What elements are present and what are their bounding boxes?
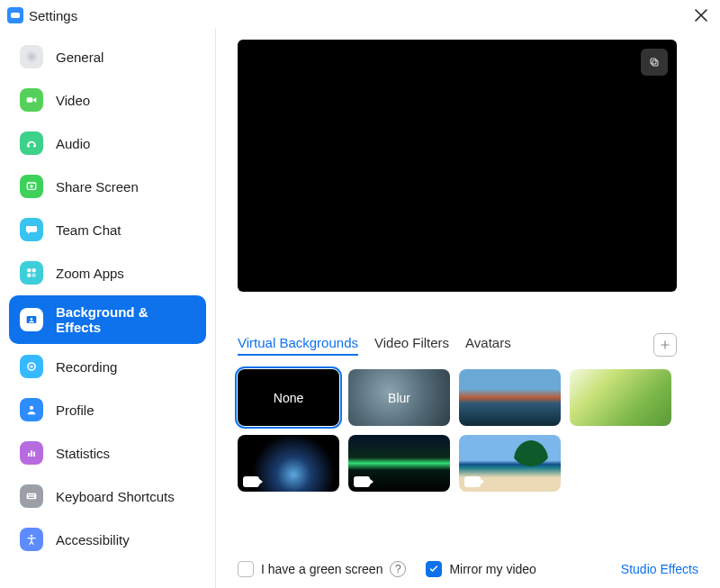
help-icon[interactable]: ? (390, 561, 406, 577)
svg-rect-8 (32, 274, 36, 277)
tab-avatars[interactable]: Avatars (465, 335, 511, 356)
sidebar-item-background-effects[interactable]: Background & Effects (9, 295, 206, 344)
svg-point-10 (31, 318, 33, 321)
sidebar-item-team-chat[interactable]: Team Chat (9, 209, 206, 250)
sidebar-item-statistics[interactable]: Statistics (9, 432, 206, 474)
sidebar-item-audio[interactable]: Audio (9, 122, 206, 164)
profile-icon (20, 398, 43, 421)
app-icon (7, 7, 23, 23)
add-background-button[interactable] (653, 333, 677, 357)
bg-tile-aurora[interactable] (348, 435, 450, 492)
svg-rect-14 (28, 453, 30, 457)
background-grid: None Blur (238, 369, 684, 492)
svg-rect-17 (27, 493, 37, 500)
video-icon (20, 88, 43, 112)
svg-rect-5 (27, 268, 31, 272)
sidebar-item-label: Statistics (56, 446, 110, 461)
bg-tile-blur[interactable]: Blur (348, 369, 450, 426)
svg-rect-18 (28, 494, 29, 495)
svg-point-2 (27, 145, 30, 148)
sidebar-item-share-screen[interactable]: Share Screen (9, 166, 206, 207)
sidebar-item-label: Share Screen (56, 179, 139, 194)
sidebar-item-label: Profile (56, 403, 94, 418)
sidebar-item-label: Zoom Apps (56, 266, 124, 281)
background-icon (20, 308, 43, 331)
svg-rect-6 (32, 268, 36, 272)
mirror-video-label: Mirror my video (449, 562, 536, 576)
sidebar-item-label: Recording (56, 359, 117, 375)
sidebar-item-video[interactable]: Video (9, 79, 206, 121)
statistics-icon (20, 441, 43, 465)
sidebar-item-label: General (56, 50, 104, 65)
checkbox-icon (426, 561, 442, 577)
bg-tile-label: None (274, 391, 303, 405)
bottom-row: I have a green screen ? Mirror my video … (238, 561, 698, 577)
audio-icon (20, 131, 43, 155)
tab-video-filters[interactable]: Video Filters (374, 335, 449, 356)
svg-rect-1 (27, 97, 33, 102)
checkbox-icon (238, 561, 254, 577)
tabs: Virtual Backgrounds Video Filters Avatar… (238, 335, 511, 356)
share-screen-icon (20, 175, 43, 198)
svg-rect-20 (32, 494, 32, 495)
sidebar-item-label: Background & Effects (56, 304, 195, 335)
titlebar: Settings (0, 0, 720, 29)
rotate-icon (647, 55, 662, 69)
studio-effects-link[interactable]: Studio Effects (621, 562, 698, 576)
green-screen-checkbox[interactable]: I have a green screen ? (238, 561, 406, 577)
sidebar-item-recording[interactable]: Recording (9, 346, 206, 387)
sidebar-item-keyboard-shortcuts[interactable]: Keyboard Shortcuts (9, 475, 206, 517)
svg-rect-22 (29, 497, 35, 498)
sidebar-item-general[interactable]: General (9, 36, 206, 77)
sidebar-item-label: Audio (56, 136, 90, 151)
video-badge-icon (464, 476, 481, 487)
bg-tile-bridge[interactable] (459, 369, 561, 426)
sidebar: General Video Audio Share Screen Team Ch (0, 29, 216, 588)
recording-icon (20, 355, 43, 378)
svg-point-23 (31, 535, 33, 538)
chat-icon (20, 218, 43, 241)
accessibility-icon (20, 528, 43, 551)
svg-rect-7 (27, 274, 31, 277)
svg-rect-15 (31, 450, 32, 457)
svg-rect-24 (651, 59, 656, 64)
sidebar-item-label: Team Chat (56, 222, 122, 238)
plus-icon (659, 339, 671, 351)
video-badge-icon (354, 476, 370, 487)
svg-rect-16 (33, 452, 35, 457)
bg-tile-label: Blur (388, 391, 410, 405)
bg-tile-grass[interactable] (570, 369, 671, 426)
svg-point-12 (30, 365, 32, 367)
sidebar-item-label: Accessibility (56, 532, 130, 547)
svg-rect-25 (652, 60, 658, 66)
tab-virtual-backgrounds[interactable]: Virtual Backgrounds (238, 335, 358, 356)
bg-tile-none[interactable]: None (238, 369, 339, 426)
gear-icon (20, 45, 43, 68)
sidebar-item-label: Video (56, 93, 90, 108)
mirror-video-checkbox[interactable]: Mirror my video (426, 561, 536, 577)
svg-point-13 (30, 406, 33, 410)
green-screen-label: I have a green screen (261, 562, 382, 576)
bg-tile-earth[interactable] (238, 435, 339, 492)
main-panel: Virtual Backgrounds Video Filters Avatar… (216, 29, 720, 588)
bg-tile-beach[interactable] (459, 435, 561, 492)
window-title: Settings (29, 8, 77, 23)
apps-icon (20, 261, 43, 285)
sidebar-item-accessibility[interactable]: Accessibility (9, 519, 206, 560)
svg-rect-19 (30, 494, 31, 495)
close-icon (695, 9, 707, 22)
video-badge-icon (243, 476, 259, 487)
sidebar-item-label: Keyboard Shortcuts (56, 489, 175, 504)
rotate-camera-button[interactable] (641, 49, 668, 76)
video-preview (238, 40, 677, 292)
sidebar-item-profile[interactable]: Profile (9, 389, 206, 430)
svg-rect-21 (33, 494, 34, 495)
close-button[interactable] (691, 5, 711, 25)
keyboard-icon (20, 484, 43, 508)
sidebar-item-zoom-apps[interactable]: Zoom Apps (9, 252, 206, 294)
svg-point-3 (33, 145, 36, 148)
